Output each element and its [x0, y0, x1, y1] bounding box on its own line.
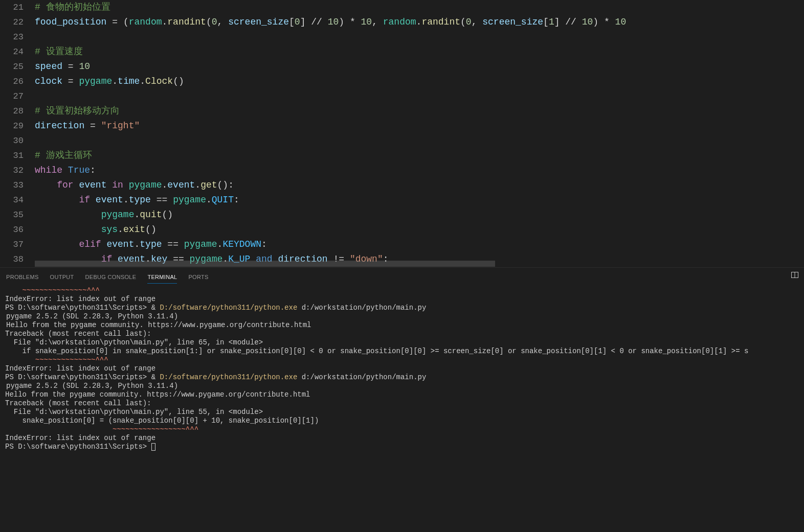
- code-line[interactable]: 27: [0, 89, 804, 104]
- tab-ports[interactable]: Ports: [188, 270, 208, 283]
- code-line[interactable]: 31# 游戏主循环: [0, 148, 804, 163]
- line-number[interactable]: 38: [0, 252, 35, 267]
- terminal-line: PS D:\software\python311\Scripts> & D:/s…: [5, 373, 799, 382]
- terminal-cursor: [151, 443, 155, 451]
- code-content[interactable]: food_position = (random.randint(0, scree…: [35, 15, 804, 30]
- code-line[interactable]: 33 for event in pygame.event.get():: [0, 178, 804, 193]
- code-line[interactable]: 28# 设置初始移动方向: [0, 104, 804, 119]
- terminal-line: Hello from the pygame community. https:/…: [5, 390, 799, 399]
- code-line[interactable]: 24# 设置速度: [0, 44, 804, 59]
- terminal-line: pygame 2.5.2 (SDL 2.28.3, Python 3.11.4): [5, 312, 799, 321]
- code-content[interactable]: speed = 10: [35, 59, 804, 74]
- code-content[interactable]: # 设置初始移动方向: [35, 104, 804, 119]
- terminal-line: pygame 2.5.2 (SDL 2.28.3, Python 3.11.4): [5, 382, 799, 390]
- line-number[interactable]: 30: [0, 133, 35, 148]
- terminal-line: File "d:\workstation\python\main.py", li…: [5, 338, 799, 347]
- terminal-line: ~~~~~~~~~~~~~~~~~^^^: [5, 425, 799, 434]
- code-content[interactable]: if event.type == pygame.QUIT:: [35, 193, 804, 207]
- line-number[interactable]: 36: [0, 222, 35, 237]
- code-content[interactable]: # 游戏主循环: [35, 148, 804, 163]
- line-number[interactable]: 34: [0, 193, 35, 207]
- tab-debug-console[interactable]: Debug Console: [85, 270, 137, 283]
- code-content[interactable]: sys.exit(): [35, 222, 804, 237]
- line-number[interactable]: 28: [0, 104, 35, 119]
- line-number[interactable]: 31: [0, 148, 35, 163]
- tab-terminal[interactable]: Terminal: [147, 270, 177, 284]
- line-number[interactable]: 26: [0, 74, 35, 89]
- line-number[interactable]: 23: [0, 30, 35, 44]
- code-line[interactable]: 36 sys.exit(): [0, 222, 804, 237]
- code-content[interactable]: [35, 133, 804, 148]
- code-line[interactable]: 25speed = 10: [0, 59, 804, 74]
- code-line[interactable]: 21# 食物的初始位置: [0, 0, 804, 15]
- line-number[interactable]: 24: [0, 44, 35, 59]
- terminal-line: File "d:\workstation\python\main.py", li…: [5, 408, 799, 417]
- panel-actions: [791, 271, 799, 280]
- line-number[interactable]: 27: [0, 89, 35, 104]
- code-content[interactable]: elif event.type == pygame.KEYDOWN:: [35, 237, 804, 252]
- panel-tab-bar: Problems Output Debug Console Terminal P…: [0, 268, 804, 285]
- code-content[interactable]: while True:: [35, 163, 804, 178]
- code-content[interactable]: # 设置速度: [35, 44, 804, 59]
- bottom-panel: Problems Output Debug Console Terminal P…: [0, 267, 804, 532]
- code-line[interactable]: 22food_position = (random.randint(0, scr…: [0, 15, 804, 30]
- line-number[interactable]: 33: [0, 178, 35, 193]
- code-content[interactable]: [35, 89, 804, 104]
- code-line[interactable]: 30: [0, 133, 804, 148]
- terminal-line: PS D:\software\python311\Scripts> & D:/s…: [5, 304, 799, 312]
- terminal-line: Hello from the pygame community. https:/…: [5, 321, 799, 330]
- tab-problems[interactable]: Problems: [6, 270, 39, 283]
- terminal-line: Traceback (most recent call last):: [5, 330, 799, 338]
- code-line[interactable]: 37 elif event.type == pygame.KEYDOWN:: [0, 237, 804, 252]
- terminal-line: if snake_position[0] in snake_position[1…: [5, 347, 799, 356]
- terminal-line: snake_position[0] = (snake_position[0][0…: [5, 417, 799, 425]
- code-editor[interactable]: 21# 食物的初始位置22food_position = (random.ran…: [0, 0, 804, 267]
- line-number[interactable]: 25: [0, 59, 35, 74]
- terminal-output[interactable]: ~~~~~~~~~~~~~~~^^^IndexError: list index…: [0, 285, 804, 532]
- terminal-line: Traceback (most recent call last):: [5, 399, 799, 408]
- code-line[interactable]: 26clock = pygame.time.Clock(): [0, 74, 804, 89]
- line-number[interactable]: 29: [0, 119, 35, 133]
- horizontal-scrollbar-thumb[interactable]: [35, 261, 495, 267]
- code-line[interactable]: 34 if event.type == pygame.QUIT:: [0, 193, 804, 207]
- line-number[interactable]: 32: [0, 163, 35, 178]
- code-content[interactable]: [35, 30, 804, 44]
- code-content[interactable]: for event in pygame.event.get():: [35, 178, 804, 193]
- code-content[interactable]: pygame.quit(): [35, 207, 804, 222]
- line-number[interactable]: 21: [0, 0, 35, 15]
- split-panel-icon[interactable]: [791, 271, 799, 280]
- code-line[interactable]: 35 pygame.quit(): [0, 207, 804, 222]
- code-line[interactable]: 29direction = "right": [0, 119, 804, 133]
- line-number[interactable]: 22: [0, 15, 35, 30]
- terminal-line: ~~~~~~~~~~~~~~~^^^: [5, 286, 799, 295]
- line-number[interactable]: 37: [0, 237, 35, 252]
- code-content[interactable]: # 食物的初始位置: [35, 0, 804, 15]
- terminal-line: ~~~~~~~~~~~~~~^^^: [5, 356, 799, 364]
- line-number[interactable]: 35: [0, 207, 35, 222]
- terminal-line: IndexError: list index out of range: [5, 364, 799, 373]
- terminal-line: IndexError: list index out of range: [5, 434, 799, 443]
- code-line[interactable]: 32while True:: [0, 163, 804, 178]
- tab-output[interactable]: Output: [50, 270, 74, 283]
- terminal-line: IndexError: list index out of range: [5, 295, 799, 304]
- code-content[interactable]: direction = "right": [35, 119, 804, 133]
- terminal-line: PS D:\software\python311\Scripts>: [5, 443, 799, 451]
- code-line[interactable]: 23: [0, 30, 804, 44]
- code-content[interactable]: clock = pygame.time.Clock(): [35, 74, 804, 89]
